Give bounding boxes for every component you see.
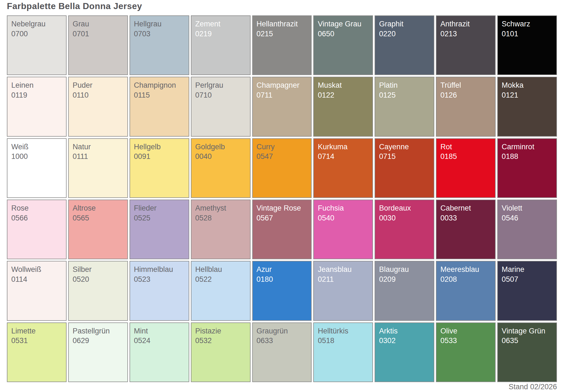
swatch-code-label: 0119 bbox=[11, 90, 66, 100]
swatch-0633: Graugrün 0633 bbox=[252, 322, 312, 382]
swatch-name-label: Goldgelb bbox=[195, 142, 250, 152]
swatch-0567: Vintage Rose 0567 bbox=[252, 200, 312, 259]
swatch-name-label: Marine bbox=[502, 265, 556, 275]
swatch-0101: Schwarz 0101 bbox=[497, 15, 557, 75]
swatch-name-label: Hellgelb bbox=[134, 142, 189, 152]
swatch-name-label: Grau bbox=[73, 19, 127, 29]
swatch-code-label: 0185 bbox=[440, 152, 495, 162]
swatch-code-label: 0040 bbox=[195, 152, 250, 162]
swatch-name-label: Platin bbox=[379, 81, 434, 90]
swatch-0540: Fuchsia 0540 bbox=[313, 200, 373, 259]
swatch-0524: Mint 0524 bbox=[130, 322, 189, 382]
swatch-name-label: Wollweiß bbox=[11, 265, 66, 275]
swatch-0220: Graphit 0220 bbox=[375, 15, 434, 75]
swatch-code-label: 0115 bbox=[134, 90, 189, 100]
swatch-name-label: Champagner bbox=[257, 81, 311, 90]
swatch-code-label: 0110 bbox=[73, 90, 127, 100]
swatch-code-label: 0629 bbox=[73, 336, 127, 346]
swatch-code-label: 0111 bbox=[73, 152, 127, 162]
swatch-name-label: Flieder bbox=[134, 203, 189, 213]
swatch-0566: Rose 0566 bbox=[7, 200, 67, 259]
swatch-name-label: Pastellgrün bbox=[73, 326, 127, 336]
swatch-name-label: Kurkuma bbox=[318, 142, 372, 152]
swatch-code-label: 0211 bbox=[318, 275, 372, 285]
swatch-code-label: 0219 bbox=[195, 29, 250, 39]
swatch-0208: Meeresblau 0208 bbox=[436, 261, 496, 321]
swatch-name-label: Meeresblau bbox=[440, 265, 495, 275]
swatch-0211: Jeansblau 0211 bbox=[313, 261, 373, 321]
swatch-0714: Kurkuma 0714 bbox=[313, 138, 373, 198]
swatch-code-label: 0208 bbox=[440, 275, 495, 285]
swatch-name-label: Carminrot bbox=[502, 142, 556, 152]
swatch-code-label: 0714 bbox=[318, 152, 372, 162]
swatch-0111: Natur 0111 bbox=[68, 138, 128, 198]
swatch-name-label: Graphit bbox=[379, 19, 434, 29]
swatch-name-label: Weiß bbox=[11, 142, 66, 152]
swatch-0114: Wollweiß 0114 bbox=[7, 261, 67, 321]
swatch-0209: Blaugrau 0209 bbox=[375, 261, 434, 321]
swatch-name-label: Nebelgrau bbox=[11, 19, 66, 29]
swatch-name-label: Natur bbox=[73, 142, 127, 152]
swatch-code-label: 0091 bbox=[134, 152, 189, 162]
swatch-name-label: Limette bbox=[11, 326, 66, 336]
swatch-0711: Champagner 0711 bbox=[252, 77, 312, 136]
swatch-0518: Helltürkis 0518 bbox=[313, 322, 373, 382]
swatch-code-label: 0523 bbox=[134, 275, 189, 285]
swatch-0215: Hellanthrazit 0215 bbox=[252, 15, 312, 75]
swatch-0523: Himmelblau 0523 bbox=[130, 261, 189, 321]
swatch-0525: Flieder 0525 bbox=[130, 200, 189, 259]
swatch-0110: Puder 0110 bbox=[68, 77, 128, 136]
swatch-0701: Grau 0701 bbox=[68, 15, 128, 75]
swatch-name-label: Hellanthrazit bbox=[257, 19, 311, 29]
swatch-code-label: 0209 bbox=[379, 275, 434, 285]
swatch-name-label: Cabernet bbox=[440, 203, 495, 213]
swatch-0629: Pastellgrün 0629 bbox=[68, 322, 128, 382]
swatch-code-label: 0546 bbox=[502, 213, 556, 223]
swatch-0700: Nebelgrau 0700 bbox=[7, 15, 67, 75]
swatch-0302: Arktis 0302 bbox=[375, 322, 434, 382]
swatch-0091: Hellgelb 0091 bbox=[130, 138, 189, 198]
swatch-name-label: Graugrün bbox=[257, 326, 311, 336]
swatch-code-label: 0122 bbox=[318, 90, 372, 100]
swatch-name-label: Hellgrau bbox=[134, 19, 189, 29]
swatch-0121: Mokka 0121 bbox=[497, 77, 557, 136]
swatch-0715: Cayenne 0715 bbox=[375, 138, 434, 198]
swatch-code-label: 1000 bbox=[11, 152, 66, 162]
swatch-code-label: 0520 bbox=[73, 275, 127, 285]
swatch-0528: Amethyst 0528 bbox=[191, 200, 251, 259]
swatch-name-label: Amethyst bbox=[195, 203, 250, 213]
swatch-0507: Marine 0507 bbox=[497, 261, 557, 321]
swatch-code-label: 0213 bbox=[440, 29, 495, 39]
swatch-name-label: Bordeaux bbox=[379, 203, 434, 213]
swatch-0180: Azur 0180 bbox=[252, 261, 312, 321]
swatch-0122: Muskat 0122 bbox=[313, 77, 373, 136]
swatch-0040: Goldgelb 0040 bbox=[191, 138, 251, 198]
swatch-name-label: Hellblau bbox=[195, 265, 250, 275]
swatch-0635: Vintage Grün 0635 bbox=[497, 322, 557, 382]
swatch-code-label: 0532 bbox=[195, 336, 250, 346]
swatch-name-label: Perlgrau bbox=[195, 81, 250, 90]
swatch-code-label: 0528 bbox=[195, 213, 250, 223]
swatch-name-label: Vintage Grau bbox=[318, 19, 372, 29]
swatch-code-label: 0565 bbox=[73, 213, 127, 223]
swatch-name-label: Himmelblau bbox=[134, 265, 189, 275]
swatch-name-label: Altrose bbox=[73, 203, 127, 213]
swatch-code-label: 0126 bbox=[440, 90, 495, 100]
swatch-code-label: 0121 bbox=[502, 90, 556, 100]
swatch-name-label: Arktis bbox=[379, 326, 434, 336]
swatch-code-label: 0715 bbox=[379, 152, 434, 162]
swatch-name-label: Schwarz bbox=[502, 19, 556, 29]
swatch-0033: Cabernet 0033 bbox=[436, 200, 496, 259]
swatch-name-label: Champignon bbox=[134, 81, 189, 90]
swatch-code-label: 0633 bbox=[257, 336, 311, 346]
swatch-0703: Hellgrau 0703 bbox=[130, 15, 189, 75]
swatch-code-label: 0522 bbox=[195, 275, 250, 285]
swatch-code-label: 0302 bbox=[379, 336, 434, 346]
swatch-0213: Anthrazit 0213 bbox=[436, 15, 496, 75]
swatch-0185: Rot 0185 bbox=[436, 138, 496, 198]
swatch-name-label: Zement bbox=[195, 19, 250, 29]
swatch-name-label: Mokka bbox=[502, 81, 556, 90]
swatch-code-label: 0531 bbox=[11, 336, 66, 346]
swatch-code-label: 0710 bbox=[195, 90, 250, 100]
swatch-name-label: Mint bbox=[134, 326, 189, 336]
